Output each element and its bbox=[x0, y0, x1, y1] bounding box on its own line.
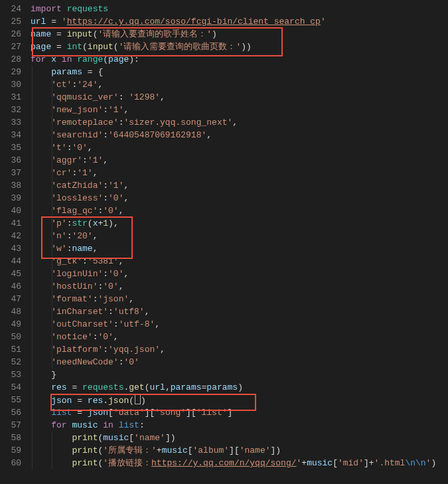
code-line[interactable]: 'catZhida':'1', bbox=[31, 179, 448, 192]
code-line[interactable]: 'lossless':'0', bbox=[31, 192, 448, 204]
code-line[interactable]: 'searchid':'64405487069162918', bbox=[31, 129, 448, 141]
code-line[interactable]: 'w':name, bbox=[31, 242, 448, 255]
token-kw: in bbox=[62, 54, 72, 64]
code-line[interactable]: print(music['name']) bbox=[31, 432, 448, 444]
code-line[interactable]: 'ct':'24', bbox=[31, 78, 448, 91]
token-str: '0' bbox=[103, 282, 118, 291]
line-number: 46 bbox=[3, 280, 21, 293]
token-pun: : bbox=[113, 319, 119, 329]
line-number: 43 bbox=[3, 242, 21, 255]
token-str: '64405487069162918' bbox=[108, 130, 206, 140]
token-pun: ) bbox=[212, 29, 217, 39]
line-number: 48 bbox=[3, 305, 21, 318]
token-str: 'data' bbox=[113, 408, 145, 418]
code-line[interactable]: res = requests.get(url,params=params) bbox=[31, 381, 448, 394]
line-number: 56 bbox=[3, 406, 21, 419]
token-pun: = bbox=[72, 408, 87, 418]
token-var: json bbox=[88, 408, 108, 418]
token-cls: requests bbox=[82, 382, 123, 392]
line-number: 28 bbox=[3, 53, 21, 66]
code-line[interactable]: 'notice':'0', bbox=[31, 331, 448, 343]
token-kw: for bbox=[31, 54, 46, 64]
token-cls: str bbox=[72, 218, 87, 228]
line-number: 50 bbox=[3, 331, 21, 343]
token-pun bbox=[31, 294, 51, 304]
code-line[interactable]: 'outCharset':'utf-8', bbox=[31, 318, 448, 331]
code-line[interactable]: name = input('请输入要查询的歌手姓名：') bbox=[31, 28, 448, 40]
token-str: 'loginUin' bbox=[51, 269, 103, 279]
token-pun: ( bbox=[82, 42, 88, 52]
token-fn: print bbox=[72, 458, 98, 468]
code-line[interactable]: for x in range(page): bbox=[31, 53, 448, 66]
line-number: 40 bbox=[3, 204, 21, 217]
token-var: url bbox=[31, 17, 46, 27]
code-line[interactable]: 'qqmusic_ver': '1298', bbox=[31, 91, 448, 104]
token-pun bbox=[113, 420, 119, 430]
token-str: 'n' bbox=[51, 231, 66, 241]
token-pun: ]) bbox=[165, 433, 176, 443]
code-line[interactable]: 'inCharset':'utf8', bbox=[31, 305, 448, 318]
line-number: 57 bbox=[3, 419, 21, 432]
code-line[interactable]: url = 'https://c.y.qq.com/soso/fcgi-bin/… bbox=[31, 15, 448, 28]
token-pun: ]) bbox=[271, 445, 281, 455]
code-line[interactable]: 'new_json':'1', bbox=[31, 104, 448, 116]
code-line[interactable]: 'loginUin':'0', bbox=[31, 268, 448, 280]
code-line[interactable]: 'format':'json', bbox=[31, 293, 448, 305]
token-str: 'json' bbox=[98, 294, 129, 304]
line-number: 29 bbox=[3, 66, 21, 78]
code-line[interactable]: params = { bbox=[31, 66, 448, 78]
code-line[interactable]: for music in list: bbox=[31, 419, 448, 432]
code-line[interactable]: 'p':str(x+1), bbox=[31, 217, 448, 230]
token-str: 'ct' bbox=[51, 80, 72, 90]
code-line[interactable]: json = res.json() bbox=[31, 394, 448, 406]
token-pun: : bbox=[82, 155, 88, 165]
token-pun bbox=[31, 420, 51, 430]
token-pun: : bbox=[119, 92, 129, 102]
token-str: '1' bbox=[88, 155, 103, 165]
code-line[interactable]: 'needNewCode':'0' bbox=[31, 356, 448, 368]
line-number: 59 bbox=[3, 444, 21, 457]
token-str: '.html bbox=[374, 458, 406, 468]
code-line[interactable]: 'remoteplace':'sizer.yqq.song_next', bbox=[31, 116, 448, 129]
code-area[interactable]: import requestsurl = 'https://c.y.qq.com… bbox=[28, 0, 448, 484]
code-line[interactable]: 'cr':'1', bbox=[31, 167, 448, 179]
code-line[interactable]: list = json['data']['song']['list'] bbox=[31, 406, 448, 419]
token-str: '5381' bbox=[88, 256, 119, 266]
code-line[interactable]: page = int(input('请输入需要查询的歌曲页数：')) bbox=[31, 40, 448, 53]
token-pun bbox=[31, 92, 51, 102]
code-line[interactable]: print('播放链接：https://y.qq.com/n/yqq/song/… bbox=[31, 457, 448, 469]
line-number: 31 bbox=[3, 91, 21, 104]
code-line[interactable]: 'aggr':'1', bbox=[31, 154, 448, 167]
token-str: '0' bbox=[72, 143, 87, 153]
code-line[interactable]: 't':'0', bbox=[31, 141, 448, 154]
token-pun: , bbox=[93, 168, 98, 178]
token-pun bbox=[31, 130, 51, 140]
line-number: 51 bbox=[3, 343, 21, 356]
token-pun: ): bbox=[129, 54, 139, 64]
token-pun: : bbox=[103, 105, 108, 115]
code-line[interactable]: 'g_tk':'5381', bbox=[31, 255, 448, 268]
token-fn: input bbox=[88, 42, 113, 52]
code-line[interactable]: 'n':'20', bbox=[31, 230, 448, 242]
token-str: 'platform' bbox=[51, 345, 103, 355]
code-line[interactable]: } bbox=[31, 368, 448, 381]
token-str: 'needNewCode' bbox=[51, 357, 118, 367]
code-line[interactable]: import requests bbox=[31, 3, 448, 15]
token-pun: = bbox=[51, 29, 66, 39]
token-str: 'utf-8' bbox=[119, 319, 155, 329]
token-pun: , bbox=[160, 92, 165, 102]
token-str: '所属专辑：' bbox=[103, 445, 157, 455]
token-var: music bbox=[162, 445, 188, 455]
code-line[interactable]: 'platform':'yqq.json', bbox=[31, 343, 448, 356]
token-pun: : bbox=[108, 307, 113, 317]
code-line[interactable]: print('所属专辑：'+music['album']['name']) bbox=[31, 444, 448, 457]
code-line[interactable]: 'flag_qc':'0', bbox=[31, 204, 448, 217]
token-var: music bbox=[72, 420, 98, 430]
code-line[interactable]: 'hostUin':'0', bbox=[31, 280, 448, 293]
token-str: ' bbox=[321, 17, 326, 27]
token-str: 'name' bbox=[134, 433, 165, 443]
token-var: res bbox=[88, 396, 103, 406]
token-pun: ][ bbox=[229, 445, 240, 455]
token-pun: [ bbox=[333, 458, 338, 468]
token-pun bbox=[31, 206, 51, 216]
